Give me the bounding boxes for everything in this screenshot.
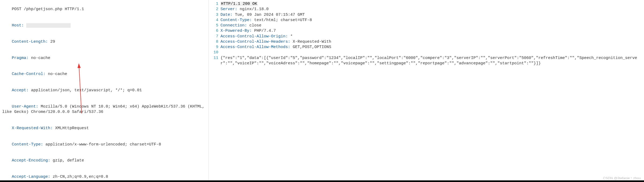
line-number: 10 bbox=[211, 50, 218, 55]
response-line: 10 bbox=[211, 50, 642, 55]
request-header: Content-Type: application/x-www-form-url… bbox=[2, 136, 206, 153]
request-header: User-Agent: Mozilla/5.0 (Windows NT 10.0… bbox=[2, 99, 206, 120]
request-header: Accept: application/json, text/javascrip… bbox=[2, 82, 206, 99]
host-redacted: xxxxxxxxxxxxxxxxxx bbox=[26, 23, 71, 28]
header-key: Connection: bbox=[220, 23, 247, 28]
response-line: 8 Access-Control-Allow-Headers: X-Reques… bbox=[211, 39, 642, 45]
header-value: gzip, deflate bbox=[50, 158, 84, 163]
response-json-body: {"res":"1","data":[{"userId":"5","passwo… bbox=[220, 56, 642, 66]
response-line: 6 X-Powered-By: PHP/7.4.7 bbox=[211, 28, 642, 34]
header-value: 29 bbox=[48, 39, 55, 44]
header-key: Server: bbox=[220, 7, 237, 11]
line-number: 6 bbox=[211, 28, 218, 34]
header-value: XMLHttpRequest bbox=[53, 126, 89, 130]
request-header: Accept-Encoding: gzip, deflate bbox=[2, 153, 206, 169]
header-key: Pragma: bbox=[12, 56, 29, 60]
response-line: 2 Server: nginx/1.18.0 bbox=[211, 7, 642, 12]
header-value: GET,POST,OPTIONS bbox=[290, 45, 331, 49]
watermark: CSDN @3tefanie丶zhou bbox=[603, 176, 641, 181]
status-line: HTTP/1.1 200 OK bbox=[220, 2, 258, 6]
bottom-bar bbox=[0, 180, 644, 182]
request-header: Cache-Control: no-cache bbox=[2, 66, 206, 82]
header-value: text/html; charset=UTF-8 bbox=[252, 18, 312, 22]
header-key: Content-Length: bbox=[12, 39, 48, 44]
header-key: Access-Control-Allow-Methods: bbox=[220, 45, 290, 49]
response-line: 9 Access-Control-Allow-Methods: GET,POST… bbox=[211, 45, 642, 50]
header-key: Host: bbox=[12, 23, 24, 28]
header-value: no-cache bbox=[29, 56, 50, 60]
response-line: 5 Connection: close bbox=[211, 23, 642, 28]
request-line-text: POST /php/getjson.php HTTP/1.1 bbox=[12, 7, 84, 11]
header-key: Accept: bbox=[12, 88, 29, 93]
header-key: Access-Control-Allow-Headers: bbox=[220, 39, 290, 44]
line-number: 7 bbox=[211, 34, 218, 39]
header-value: zh-CN,zh;q=0.9,en;q=0.8 bbox=[50, 175, 108, 179]
header-key: Content-Type: bbox=[12, 142, 43, 147]
request-header-host: Host: xxxxxxxxxxxxxxxxxx bbox=[2, 18, 206, 34]
request-panel[interactable]: POST /php/getjson.php HTTP/1.1 Host: xxx… bbox=[0, 0, 209, 182]
header-value: no-cache bbox=[45, 72, 67, 76]
request-first-line: POST /php/getjson.php HTTP/1.1 bbox=[2, 1, 206, 18]
header-key: Content-Type: bbox=[220, 18, 252, 22]
header-value: nginx/1.18.0 bbox=[237, 7, 269, 11]
header-key: Accept-Language: bbox=[12, 175, 50, 179]
line-number: 9 bbox=[211, 45, 218, 50]
header-key: Accept-Encoding: bbox=[12, 158, 50, 163]
line-number: 2 bbox=[211, 7, 218, 12]
header-key: User-Agent: bbox=[12, 104, 38, 109]
line-number: 8 bbox=[211, 39, 218, 45]
request-header: Pragma: no-cache bbox=[2, 50, 206, 66]
header-key: Access-Control-Allow-Origin: bbox=[220, 34, 288, 39]
header-key: Cache-Control: bbox=[12, 72, 45, 76]
response-body-line: 11 {"res":"1","data":[{"userId":"5","pas… bbox=[211, 56, 642, 66]
response-line: 7 Access-Control-Allow-Origin: * bbox=[211, 34, 642, 39]
request-header: X-Requested-With: XMLHttpRequest bbox=[2, 120, 206, 137]
line-number: 4 bbox=[211, 18, 218, 23]
header-key: X-Powered-By: bbox=[220, 29, 252, 33]
request-header: Content-Length: 29 bbox=[2, 34, 206, 50]
header-value: close bbox=[247, 23, 261, 28]
header-value: X-Requested-With bbox=[290, 39, 331, 44]
response-line: 4 Content-Type: text/html; charset=UTF-8 bbox=[211, 18, 642, 23]
line-number: 1 bbox=[211, 1, 218, 7]
request-header: Accept-Language: zh-CN,zh;q=0.9,en;q=0.8 bbox=[2, 169, 206, 182]
empty-line bbox=[220, 50, 642, 55]
line-number: 5 bbox=[211, 23, 218, 28]
response-line: 1 HTTP/1.1 200 OK bbox=[211, 1, 642, 7]
response-panel[interactable]: 1 HTTP/1.1 200 OK 2 Server: nginx/1.18.0… bbox=[209, 0, 644, 182]
header-value: PHP/7.4.7 bbox=[252, 29, 276, 33]
header-value: Tue, 09 Jan 2024 07:15:47 GMT bbox=[233, 13, 305, 17]
line-number: 11 bbox=[211, 56, 218, 66]
header-value: * bbox=[288, 34, 293, 39]
header-value: application/x-www-form-urlencoded; chars… bbox=[43, 142, 161, 147]
header-key: X-Requested-With: bbox=[12, 126, 53, 130]
header-value: application/json, text/javascript, */*; … bbox=[29, 88, 142, 93]
response-line: 3 Date: Tue, 09 Jan 2024 07:15:47 GMT bbox=[211, 12, 642, 18]
header-key: Date: bbox=[220, 13, 233, 17]
line-number: 3 bbox=[211, 12, 218, 18]
